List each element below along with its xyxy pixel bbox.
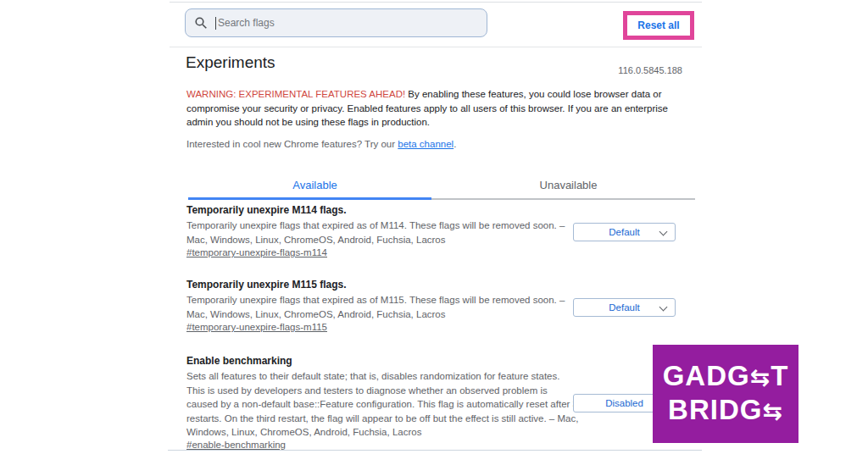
transfer-arrows-icon: ⇆ <box>762 397 782 425</box>
flag-title-m115: Temporarily unexpire M115 flags. <box>186 279 347 291</box>
chevron-down-icon <box>659 303 668 312</box>
top-divider <box>170 2 702 3</box>
promo-suffix: . <box>453 139 456 149</box>
flag-title-m114: Temporarily unexpire M114 flags. <box>186 204 347 216</box>
version-number: 116.0.5845.188 <box>555 65 682 75</box>
search-icon <box>194 16 208 30</box>
logo-text: GADG <box>663 360 750 391</box>
flag-dropdown-value: Default <box>609 302 639 313</box>
promo-prefix: Interested in cool new Chrome features? … <box>186 139 395 149</box>
promo-text: Interested in cool new Chrome features? … <box>186 139 456 149</box>
warning-emphasis: WARNING: EXPERIMENTAL FEATURES AHEAD! <box>186 89 405 99</box>
transfer-arrows-icon: ⇆ <box>750 363 771 391</box>
flag-dropdown-value: Disabled <box>605 398 643 408</box>
flag-permalink-m114[interactable]: #temporary-unexpire-flags-m114 <box>186 247 327 257</box>
reset-all-button[interactable]: Reset all <box>637 19 679 31</box>
bottom-divider <box>168 450 702 451</box>
reset-all-highlight: Reset all <box>623 11 694 40</box>
flag-dropdown-m114[interactable]: Default <box>573 223 676 241</box>
header-divider <box>170 47 702 47</box>
tab-bar: Available Unavailable <box>188 169 695 200</box>
search-placeholder: Search flags <box>218 17 275 29</box>
flag-description-m114: Temporarily unexpire flags that expired … <box>186 219 580 246</box>
logo-line-1: GADG⇆T <box>663 360 789 394</box>
beta-channel-link[interactable]: beta channel <box>398 139 453 149</box>
active-tab-indicator <box>188 197 431 200</box>
search-input[interactable]: Search flags <box>185 8 487 37</box>
page-title: Experiments <box>186 53 275 72</box>
flag-dropdown-value: Default <box>609 227 639 237</box>
gadget-bridge-logo: GADG⇆T BRIDG⇆ <box>653 345 798 443</box>
chevron-down-icon <box>659 228 668 236</box>
warning-text: WARNING: EXPERIMENTAL FEATURES AHEAD! By… <box>186 87 680 130</box>
chrome-flags-page: Search flags Reset all Experiments 116.0… <box>0 0 868 454</box>
flag-title-benchmarking: Enable benchmarking <box>186 355 292 367</box>
flag-description-m115: Temporarily unexpire flags that expired … <box>186 293 580 321</box>
flag-description-benchmarking: Sets all features to their default state… <box>186 369 580 440</box>
flag-dropdown-m115[interactable]: Default <box>573 298 676 317</box>
logo-text: T <box>771 360 788 391</box>
logo-line-2: BRIDG⇆ <box>668 394 783 428</box>
text-cursor <box>215 17 216 30</box>
logo-text: BRIDG <box>668 394 762 425</box>
tab-available[interactable]: Available <box>188 169 442 200</box>
flag-permalink-benchmarking[interactable]: #enable-benchmarking <box>186 440 286 450</box>
tab-unavailable[interactable]: Unavailable <box>442 169 695 200</box>
flag-permalink-m115[interactable]: #temporary-unexpire-flags-m115 <box>186 322 327 332</box>
